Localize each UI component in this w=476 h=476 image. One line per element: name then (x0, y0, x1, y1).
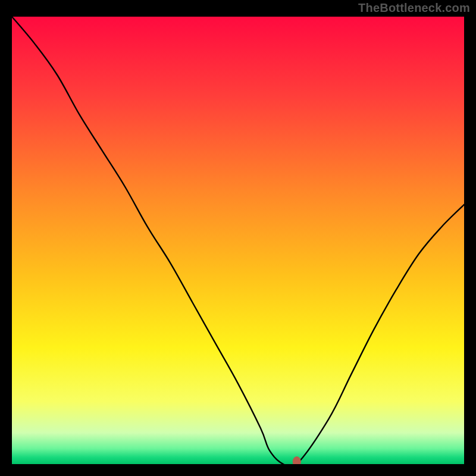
bottleneck-chart (12, 17, 464, 464)
gradient-background (12, 17, 464, 464)
chart-svg (12, 17, 464, 464)
watermark-text: TheBottleneck.com (358, 1, 470, 15)
chart-container: TheBottleneck.com (0, 0, 476, 476)
